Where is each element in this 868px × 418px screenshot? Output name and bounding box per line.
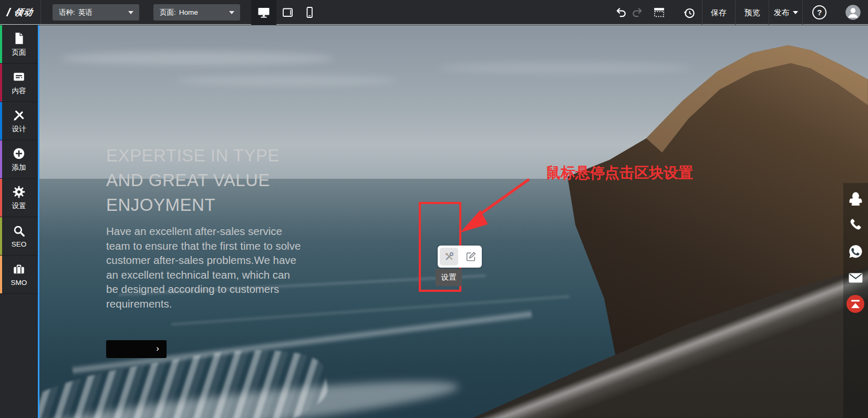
user-avatar-icon (845, 4, 861, 21)
sidebar-item-seo[interactable]: SEO (0, 217, 38, 256)
sidebar-item-label: SMO (11, 279, 27, 287)
back-to-top-button[interactable] (846, 294, 865, 313)
website-builder-app: 领动 语种: 英语 页面: Home (0, 0, 868, 418)
add-icon (12, 147, 26, 160)
sidebar-item-pages[interactable]: 页面 (0, 25, 38, 64)
mobile-icon (303, 6, 316, 19)
redo-icon (631, 6, 643, 18)
hero-heading: EXPERTISE IN TYPE AND GREAT VALUE ENJOYM… (106, 143, 280, 217)
sidebar-stripe (0, 102, 2, 140)
sidebar-item-label: 添加 (12, 163, 26, 172)
sidebar-item-add[interactable]: 添加 (0, 140, 38, 179)
sidebar-item-settings[interactable]: 设置 (0, 179, 38, 217)
chevron-right-icon: › (156, 343, 159, 354)
annotation-arrow (444, 170, 549, 246)
seo-icon (12, 224, 26, 238)
sidebar: 页面 内容 设计 添加 设置 SEO (0, 25, 38, 418)
block-hover-toolbar (438, 246, 482, 268)
block-edit-icon (465, 251, 477, 262)
hero-more-button[interactable]: › (106, 340, 167, 358)
table-grid-icon (653, 6, 666, 19)
phone-icon (848, 217, 863, 232)
sidebar-item-design[interactable]: 设计 (0, 102, 38, 140)
grid-settings-button[interactable] (650, 0, 667, 25)
hero-heading-line: AND GREAT VALUE (106, 168, 280, 192)
whatsapp-contact-button[interactable] (848, 243, 864, 260)
app-logo: 领动 (0, 0, 41, 24)
mobile-view-button[interactable] (299, 0, 319, 25)
desktop-icon (257, 6, 271, 19)
tablet-icon (282, 6, 294, 19)
chevron-down-icon (128, 11, 133, 14)
history-icon (683, 6, 696, 19)
language-dropdown-label: 语种: (59, 8, 75, 17)
block-edit-button[interactable] (461, 248, 480, 266)
sidebar-item-content[interactable]: 内容 (0, 64, 38, 102)
desktop-view-button[interactable] (251, 0, 276, 25)
preview-button[interactable]: 预览 (735, 0, 769, 25)
hero-heading-line: EXPERTISE IN TYPE (106, 143, 280, 168)
sidebar-item-label: 内容 (12, 86, 26, 96)
help-icon: ? (817, 8, 822, 17)
email-icon (848, 270, 864, 286)
sidebar-item-label: 设计 (12, 125, 26, 134)
topbar: 领动 语种: 英语 页面: Home (0, 0, 868, 25)
sidebar-stripe (0, 217, 2, 255)
sidebar-stripe (0, 64, 2, 101)
contact-float-bar (843, 183, 868, 418)
settings-tooltip: 设置 (436, 269, 462, 286)
back-to-top-icon (846, 294, 865, 313)
sidebar-stripe (0, 140, 2, 178)
hero-paragraph: Have an excellent after-sales service te… (106, 224, 302, 311)
phone-contact-button[interactable] (848, 217, 864, 233)
sidebar-item-label: 设置 (12, 201, 26, 211)
design-icon (12, 108, 26, 122)
page-icon (12, 32, 26, 45)
sidebar-stripe (0, 256, 2, 293)
cloud (439, 62, 691, 74)
sidebar-item-smo[interactable]: SMO (0, 256, 38, 294)
settings-icon (12, 185, 26, 199)
qq-contact-button[interactable] (848, 191, 864, 207)
cloud (60, 52, 334, 65)
language-dropdown[interactable]: 语种: 英语 (53, 4, 139, 21)
cloud (176, 75, 397, 86)
hero-heading-line: ENJOYMENT (106, 192, 280, 217)
language-dropdown-value: 英语 (78, 8, 92, 17)
content-icon (12, 70, 26, 84)
page-dropdown-label: 页面: (160, 8, 176, 17)
annotation-text: 鼠标悬停点击区块设置 (546, 163, 693, 183)
history-button[interactable] (681, 0, 698, 25)
sidebar-item-label: 页面 (12, 48, 26, 57)
redo-button[interactable] (629, 0, 645, 25)
email-contact-button[interactable] (848, 270, 864, 286)
undo-button[interactable] (613, 0, 629, 25)
tablet-view-button[interactable] (277, 0, 298, 25)
publish-button[interactable]: 发布 (769, 0, 803, 25)
page-dropdown[interactable]: 页面: Home (153, 4, 240, 21)
block-settings-icon (443, 251, 455, 262)
sidebar-stripe (0, 179, 2, 217)
undo-icon (615, 6, 627, 18)
logo-text: 领动 (13, 6, 34, 18)
chevron-down-icon (793, 11, 798, 14)
sidebar-item-label: SEO (12, 240, 27, 248)
page-canvas: EXPERTISE IN TYPE AND GREAT VALUE ENJOYM… (38, 25, 868, 418)
qq-icon (848, 191, 864, 207)
help-button[interactable]: ? (812, 5, 826, 19)
block-settings-button[interactable] (440, 248, 458, 266)
publish-label: 发布 (774, 8, 790, 17)
account-avatar-button[interactable] (845, 4, 861, 21)
sidebar-stripe (0, 25, 2, 63)
smo-icon (12, 262, 26, 276)
chevron-down-icon (229, 11, 234, 14)
page-dropdown-value: Home (179, 8, 198, 16)
save-button[interactable]: 保存 (702, 0, 735, 25)
whatsapp-icon (848, 243, 864, 260)
